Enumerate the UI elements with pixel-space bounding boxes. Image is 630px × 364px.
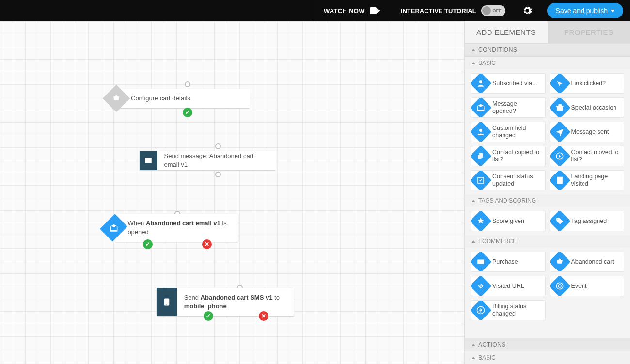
move-icon [555, 152, 564, 160]
tab-add-elements[interactable]: ADD ELEMENTS [465, 21, 548, 43]
mail-icon [140, 151, 158, 170]
settings-button[interactable] [522, 5, 533, 16]
element-custom-field[interactable]: Custom field changed [471, 122, 546, 142]
connector-dot[interactable] [215, 143, 221, 149]
subsection-basic[interactable]: BASIC [465, 57, 630, 69]
element-link-clicked[interactable]: Link clicked? [550, 73, 625, 94]
node-label: When Abandoned cart email v1 is opened [121, 219, 238, 236]
element-event[interactable]: Event [550, 276, 625, 296]
basket-icon [555, 257, 564, 266]
node-send-sms[interactable]: Send Abandoned cart SMS v1 to mobile_pho… [157, 288, 294, 316]
wallet-icon [476, 257, 485, 266]
close-icon[interactable]: ✕ [259, 311, 268, 321]
element-message-opened[interactable]: Message opened? [471, 97, 546, 118]
check-icon [476, 176, 485, 185]
link-icon [476, 282, 485, 290]
gear-icon [522, 5, 533, 16]
gift-icon [555, 103, 564, 112]
tag-icon [555, 217, 564, 225]
section-actions[interactable]: ACTIONS [465, 338, 630, 351]
element-special-occasion[interactable]: Special occasion [550, 97, 625, 118]
elements-basic: Subscribed via... Link clicked? Message … [465, 69, 630, 194]
node-label: Send message: Abandoned cart email v1 [158, 152, 276, 169]
phone-icon [157, 288, 177, 316]
interactive-tutorial: INTERACTIVE TUTORIAL OFF [392, 5, 514, 16]
connector-dot[interactable] [185, 81, 190, 87]
element-billing[interactable]: Billing status changed [471, 300, 546, 320]
chevron-up-icon [472, 200, 475, 202]
node-label: Send Abandoned cart SMS v1 to mobile_pho… [177, 293, 294, 310]
watch-now-label[interactable]: WATCH NOW [324, 7, 365, 15]
click-icon [555, 79, 564, 88]
save-publish-button[interactable]: Save and publish [547, 3, 623, 18]
topbar: WATCH NOW INTERACTIVE TUTORIAL OFF Save … [0, 0, 630, 21]
section-conditions[interactable]: CONDITIONS [465, 43, 630, 57]
subsection-tags[interactable]: TAGS AND SCORING [465, 194, 630, 207]
connector-dot[interactable] [215, 172, 221, 177]
node-configure-cart[interactable]: Configure cart details [116, 89, 250, 108]
elements-ecommerce: Purchase Abandoned cart Visited URL Even… [465, 248, 630, 324]
node-label: Configure cart details [124, 94, 197, 103]
chevron-up-icon [472, 49, 475, 51]
subsection-basic-actions[interactable]: BASIC [465, 351, 630, 364]
user-icon [476, 127, 485, 136]
element-landing[interactable]: Landing page visited [550, 170, 625, 190]
chevron-up-icon [472, 344, 475, 346]
mail-open-icon [476, 103, 485, 112]
element-url[interactable]: Visited URL [471, 276, 546, 296]
dollar-icon [476, 306, 485, 315]
target-icon [555, 282, 564, 290]
workflow-canvas[interactable]: Configure cart details ✓ Send message: A… [0, 21, 464, 364]
element-abandoned[interactable]: Abandoned cart [550, 252, 625, 272]
element-consent[interactable]: Consent status updated [471, 170, 546, 190]
element-subscribed[interactable]: Subscribed via... [471, 73, 546, 94]
node-send-email[interactable]: Send message: Abandoned cart email v1 [140, 151, 276, 170]
element-tag[interactable]: Tag assigned [550, 211, 625, 231]
send-icon [555, 127, 564, 136]
connectors [0, 21, 145, 94]
element-message-sent[interactable]: Message sent [550, 122, 625, 142]
element-purchase[interactable]: Purchase [471, 252, 546, 272]
chevron-up-icon [472, 357, 475, 359]
star-icon [476, 217, 485, 225]
watch-now[interactable]: WATCH NOW [312, 7, 392, 15]
save-publish-label: Save and publish [556, 7, 608, 15]
tutorial-toggle[interactable]: OFF [481, 5, 505, 16]
sidebar: ADD ELEMENTS PROPERTIES CONDITIONS BASIC… [464, 21, 630, 364]
element-contact-copied[interactable]: Contact copied to list? [471, 146, 546, 166]
sidebar-tabs: ADD ELEMENTS PROPERTIES [465, 21, 630, 43]
video-icon [370, 7, 380, 14]
elements-tags: Score given Tag assigned [465, 207, 630, 235]
tab-properties[interactable]: PROPERTIES [548, 21, 630, 43]
tutorial-label: INTERACTIVE TUTORIAL [401, 7, 476, 15]
chevron-up-icon [472, 240, 475, 243]
check-icon[interactable]: ✓ [183, 108, 192, 117]
element-contact-moved[interactable]: Contact moved to list? [550, 146, 625, 166]
check-icon[interactable]: ✓ [204, 311, 213, 321]
element-score[interactable]: Score given [471, 211, 546, 231]
copy-icon [476, 152, 485, 160]
subsection-ecommerce[interactable]: ECOMMERCE [465, 235, 630, 248]
node-condition-opened[interactable]: When Abandoned cart email v1 is opened [115, 214, 238, 242]
user-icon [476, 79, 485, 88]
close-icon[interactable]: ✕ [202, 239, 212, 249]
mail-open-icon [100, 214, 128, 242]
chevron-up-icon [472, 62, 475, 64]
page-icon [555, 176, 564, 185]
check-icon[interactable]: ✓ [143, 239, 153, 249]
chevron-down-icon [611, 10, 614, 12]
